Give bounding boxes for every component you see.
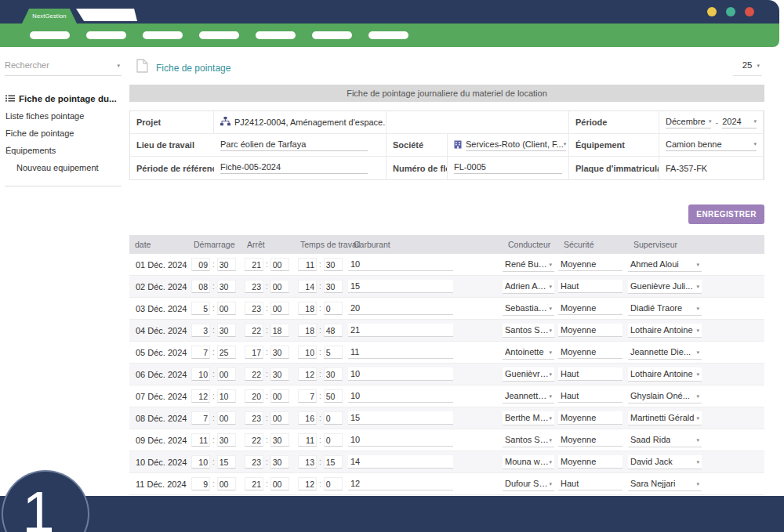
sidebar-item-equipements[interactable]: Équipements [0,142,127,159]
nav-pill-redacted[interactable] [86,31,126,39]
supervisor-select[interactable]: Ghyslain Oné... ▾ [628,389,702,404]
stop-hour-input[interactable] [245,346,263,359]
safety-input[interactable] [558,258,622,271]
start-minute-input[interactable] [217,258,236,271]
equipement-select[interactable]: Camion benne ▾ [666,139,757,151]
start-hour-input[interactable] [191,477,210,490]
brand-tab[interactable]: NextGestion [22,9,77,24]
supervisor-select[interactable]: Lothaire Antoine ▾ [628,367,702,382]
sidebar-item-nouveau-equipement[interactable]: Nouveau equipement [0,159,127,176]
fuel-input[interactable] [348,302,453,315]
work-minute-input[interactable] [324,258,343,271]
driver-select[interactable]: Berthe Marie-... ▾ [503,411,554,425]
stop-minute-input[interactable] [270,433,289,447]
fuel-input[interactable] [348,346,453,359]
stop-minute-input[interactable] [270,280,289,293]
work-minute-input[interactable] [324,477,343,490]
fuel-input[interactable] [348,411,453,425]
work-minute-input[interactable] [324,389,343,403]
driver-select[interactable]: Jeannette Die... ▾ [503,389,554,404]
stop-hour-input[interactable] [245,455,263,469]
work-hour-input[interactable] [298,367,317,381]
work-hour-input[interactable] [298,477,317,490]
start-hour-input[interactable] [191,433,210,447]
stop-minute-input[interactable] [270,302,289,315]
fuel-input[interactable] [348,455,453,469]
save-button[interactable]: ENREGISTRER [688,204,764,224]
reference-input[interactable]: Fiche-005-2024 [220,162,368,174]
start-hour-input[interactable] [191,389,210,403]
start-minute-input[interactable] [217,455,236,469]
work-hour-input[interactable] [298,433,317,447]
driver-select[interactable]: Mouna wafir ▾ [503,455,554,469]
stop-hour-input[interactable] [245,324,263,337]
nav-pill-redacted[interactable] [256,31,296,39]
driver-select[interactable]: Guenièvre Juli... ▾ [503,367,554,382]
maximize-dot-icon[interactable] [726,7,735,16]
driver-select[interactable]: René Buvat ▾ [503,258,554,272]
stop-hour-input[interactable] [245,258,263,271]
start-hour-input[interactable] [191,411,210,425]
work-hour-input[interactable] [298,324,317,337]
supervisor-select[interactable]: Guenièvre Juli... ▾ [628,280,702,294]
fuel-input[interactable] [348,433,453,447]
start-minute-input[interactable] [217,411,236,425]
start-minute-input[interactable] [217,302,236,315]
start-minute-input[interactable] [217,477,236,490]
work-minute-input[interactable] [324,455,343,469]
safety-input[interactable] [558,346,622,359]
supervisor-select[interactable]: Diadié Traore ▾ [628,302,702,316]
start-hour-input[interactable] [191,324,210,337]
flotte-input[interactable]: FL-0005 [454,162,562,174]
stop-minute-input[interactable] [270,389,289,403]
stop-hour-input[interactable] [245,389,263,403]
sidebar-item-fiche-pointage[interactable]: Fiche de pointage [0,125,127,142]
nav-pill-redacted[interactable] [312,31,352,39]
month-select[interactable]: Décembre ▾ [666,117,711,128]
fuel-input[interactable] [348,280,453,293]
supervisor-select[interactable]: Sara Nejjari ▾ [628,477,702,491]
projet-select[interactable]: PJ2412-0004, Aménagement d'espace... ▾ [214,111,387,134]
fuel-input[interactable] [348,477,453,490]
stop-minute-input[interactable] [270,346,289,359]
work-hour-input[interactable] [298,258,317,271]
stop-minute-input[interactable] [270,367,289,381]
close-dot-icon[interactable] [745,7,754,16]
sidebar-item-fiche-du-jour[interactable]: Fiche de pointage du... [0,90,127,107]
safety-input[interactable] [558,324,622,337]
work-hour-input[interactable] [298,346,317,359]
stop-hour-input[interactable] [245,302,263,315]
driver-select[interactable]: Sebastian Seb... ▾ [503,302,554,316]
start-minute-input[interactable] [217,433,236,447]
fuel-input[interactable] [348,324,453,337]
work-minute-input[interactable] [324,433,343,447]
stop-minute-input[interactable] [270,455,289,469]
societe-select[interactable]: Services-Roto (Client, F... ▾ [466,139,566,151]
supervisor-select[interactable]: David Jack ▾ [628,455,702,469]
start-hour-input[interactable] [191,455,210,469]
work-minute-input[interactable] [324,324,343,337]
work-minute-input[interactable] [324,346,343,359]
driver-select[interactable]: Santos Santos ▾ [503,324,554,338]
nav-pill-redacted[interactable] [30,31,70,39]
start-hour-input[interactable] [191,346,210,359]
year-select[interactable]: 2024 ▾ [722,117,757,128]
supervisor-select[interactable]: Jeannette Die... ▾ [628,346,702,360]
start-hour-input[interactable] [191,367,210,381]
work-hour-input[interactable] [298,455,317,469]
supervisor-select[interactable]: Ahmed Aloui ▾ [628,258,702,272]
start-minute-input[interactable] [217,346,236,359]
start-hour-input[interactable] [191,258,210,271]
stop-hour-input[interactable] [245,433,263,447]
stop-minute-input[interactable] [270,411,289,425]
safety-input[interactable] [558,280,622,293]
start-minute-input[interactable] [217,280,236,293]
nav-pill-redacted[interactable] [368,31,408,39]
work-minute-input[interactable] [324,302,343,315]
safety-input[interactable] [558,367,622,381]
stop-minute-input[interactable] [270,324,289,337]
fuel-input[interactable] [348,389,453,403]
safety-input[interactable] [558,477,622,490]
fuel-input[interactable] [348,258,453,271]
stop-minute-input[interactable] [270,477,289,490]
